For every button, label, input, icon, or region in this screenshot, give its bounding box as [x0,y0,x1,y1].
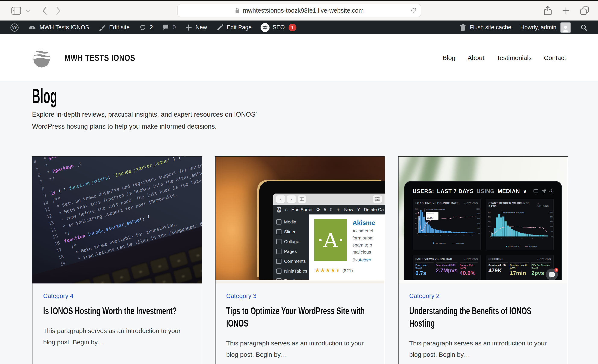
dashboard-chart-panel: START RENDER VS BOUNCE RATE○ OPTIONS40K3… [486,199,554,250]
forward-button[interactable] [55,6,61,15]
share-icon [542,189,546,194]
photo-sidebar-item: NinjaTables [273,266,309,276]
photo-back-icon: ‹ [276,195,285,203]
wp-admin-bar: W MWH Tests IONOS Edit site 2 0 New Edit… [0,21,598,34]
dashboard-header: USERS: LAST 7 DAYS USING MEDIAN ∨ ? [413,188,554,194]
svg-text:57.1%: 57.1% [427,217,433,219]
brush-icon [98,24,106,32]
wp-logo-menu[interactable]: W [6,21,24,34]
photo-sidebar-item: Comments [273,256,309,266]
photo-sidebar-item: Pages [273,247,309,256]
url-text: mwhtestsionos-toozk98fe1.live-website.co… [243,7,364,14]
photo-site-name: HostSorter [291,207,313,212]
photo-sidebar-item: Collage [273,237,309,247]
comments-link[interactable]: 0 [158,21,180,34]
seo-menu[interactable]: SEO 1 [256,21,301,34]
svg-text:8K: 8K [489,231,491,232]
svg-text:17.5: 17.5 [470,235,473,236]
svg-text:24K: 24K [488,221,490,223]
photo-sidebar-icon [298,195,306,203]
nav-item-testimonials[interactable]: Testimonials [497,54,532,62]
photo-wordpress-icon: W [277,207,281,213]
reload-button[interactable] [410,7,417,14]
svg-text:0: 0 [491,238,492,239]
edit-page-link[interactable]: Edit Page [211,21,256,34]
svg-text:10: 10 [448,235,449,236]
photo-sidebar-item: Feedback [273,276,309,280]
post-image-code-editor: 4 * @link https://deve5 *6 * @package _s… [33,157,202,283]
category-link[interactable]: Category 3 [226,292,257,299]
my-account-menu[interactable]: Howdy, admin [516,22,575,33]
svg-text:3: 3 [522,238,523,239]
photo-comments-count: 0 [330,207,332,212]
post-card[interactable]: ‹ › W ⌂ HostSorter ⟳ 5 [215,156,385,364]
photo-update-icon: ⟳ [316,207,320,212]
intro-line: WordPress hosting plans to help you make… [32,120,566,132]
svg-text:12.5: 12.5 [455,235,457,236]
share-button[interactable] [543,6,552,16]
svg-text:1: 1 [501,238,502,239]
post-excerpt: This paragraph serves as an introduction… [409,338,559,360]
photo-yoast-icon: Y [357,207,360,213]
nav-item-contact[interactable]: Contact [544,54,566,62]
nav-item-about[interactable]: About [467,54,484,62]
photo-plus-icon: ＋ [336,207,341,213]
update-icon [139,24,147,32]
admin-search-button[interactable] [575,24,592,32]
flush-cache-label: Flush site cache [470,24,511,31]
site-header: MWH TESTS IONOS Blog About Testimonials … [0,34,598,81]
svg-text:?: ? [551,190,552,193]
wordpress-icon: W [10,23,19,32]
svg-text:5: 5 [542,238,543,239]
post-title-link[interactable]: Is IONOS Hosting Worth the Investment? [43,305,191,317]
svg-text:60 %: 60 % [477,218,480,219]
svg-text:100 %: 100 % [549,211,554,213]
new-content-link[interactable]: New [180,21,211,34]
svg-text:45K: 45K [415,218,417,219]
svg-text:4: 4 [532,238,533,239]
svg-text:0 %: 0 % [551,236,553,237]
search-icon [580,24,588,32]
updates-link[interactable]: 2 [134,21,158,34]
post-title-link[interactable]: Understanding the Benefits of IONOS Host… [409,305,557,329]
flush-cache-link[interactable]: Flush site cache [455,24,516,31]
new-tab-button[interactable] [562,6,570,15]
svg-text:Bounce Rate: Bounce Rate [427,213,434,214]
blog-page: Blog Explore in-depth reviews, practical… [0,81,598,364]
site-title[interactable]: MWH TESTS IONOS [65,53,153,63]
edit-site-link[interactable]: Edit site [93,21,134,34]
svg-text:100 %: 100 % [476,208,481,210]
post-excerpt: This paragraph serves as an introduction… [43,325,193,348]
help-icon: ? [549,189,554,194]
photo-plugin-card: ·A· Akisme Akismet clform submspam to pm… [309,215,385,280]
post-card[interactable]: 4 * @link https://deve5 *6 * @package _s… [32,156,202,364]
nav-item-blog[interactable]: Blog [442,54,455,62]
svg-text:7s: 7s [427,215,428,216]
category-link[interactable]: Category 4 [43,292,74,299]
post-image-analytics-dashboard: USERS: LAST 7 DAYS USING MEDIAN ∨ ? LOAD… [399,157,568,283]
post-card[interactable]: USERS: LAST 7 DAYS USING MEDIAN ∨ ? LOAD… [398,156,568,364]
comments-count: 0 [173,24,176,31]
svg-text:15: 15 [463,235,465,236]
svg-text:Median Page Load (LUX): 2.056s: Median Page Load (LUX): 2.056s [426,208,445,210]
lock-icon [235,7,240,14]
photo-vignette [33,157,202,283]
chevron-down-icon[interactable] [26,9,30,12]
site-name-menu[interactable]: MWH Tests IONOS [24,21,93,34]
url-bar[interactable]: mwhtestsionos-toozk98fe1.live-website.co… [177,4,421,17]
svg-text:5: 5 [433,235,434,236]
plugin-description: Akismet clform submspam to pmalicious [352,228,384,255]
svg-text:40 %: 40 % [477,223,480,224]
sidebar-toggle-button[interactable] [11,6,21,15]
back-button[interactable] [42,6,48,15]
post-excerpt: This paragraph serves as an introduction… [226,338,376,360]
svg-text:Start Render (LUX): Start Render (LUX) [508,246,520,247]
post-title-link[interactable]: Tips to Optimize Your WordPress Site wit… [226,305,374,329]
photo-home-icon: ⌂ [285,207,288,212]
tab-overview-button[interactable] [580,6,590,15]
updates-count: 2 [150,24,153,31]
category-link[interactable]: Category 2 [409,292,440,299]
trash-icon [459,24,467,31]
svg-text:15K: 15K [415,228,417,229]
site-logo[interactable] [32,48,51,67]
